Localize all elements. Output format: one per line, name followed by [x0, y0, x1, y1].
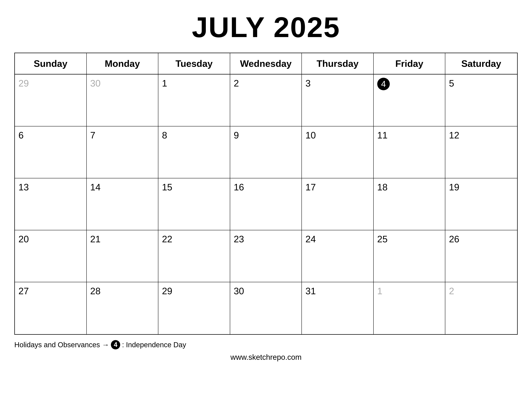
day-number: 29 [19, 78, 29, 88]
day-cell: 12 [445, 126, 517, 178]
holiday-badge: 4 [111, 340, 120, 349]
page-title: JULY 2025 [192, 11, 340, 44]
day-header-thursday: Thursday [302, 53, 374, 74]
day-cell: 5 [445, 75, 517, 126]
day-number: 19 [449, 182, 459, 192]
day-number: 30 [90, 78, 101, 88]
day-number: 30 [234, 286, 244, 296]
day-number: 15 [162, 182, 172, 192]
day-cell: 19 [445, 178, 517, 230]
day-number: 25 [377, 234, 388, 244]
day-cell: 1 [158, 75, 230, 126]
day-cell: 30 [230, 282, 302, 334]
day-number: 12 [449, 130, 459, 140]
day-cell: 26 [445, 230, 517, 282]
day-header-saturday: Saturday [445, 53, 517, 74]
calendar-grid: 2930123456789101112131415161718192021222… [15, 75, 517, 334]
day-number: 26 [449, 234, 459, 244]
calendar-header: SundayMondayTuesdayWednesdayThursdayFrid… [15, 53, 517, 75]
website: www.sketchrepo.com [14, 353, 518, 362]
day-cell: 21 [87, 230, 159, 282]
day-number: 2 [234, 78, 239, 88]
day-header-wednesday: Wednesday [230, 53, 302, 74]
day-cell: 10 [302, 126, 374, 178]
day-cell: 2 [230, 75, 302, 126]
day-header-monday: Monday [87, 53, 159, 74]
day-cell: 25 [374, 230, 446, 282]
day-cell: 28 [87, 282, 159, 334]
holidays-row: Holidays and Observances → 4 : Independe… [14, 340, 518, 349]
day-number: 28 [90, 286, 101, 296]
day-number: 21 [90, 234, 101, 244]
day-header-sunday: Sunday [15, 53, 87, 74]
day-number: 27 [19, 286, 29, 296]
day-cell: 18 [374, 178, 446, 230]
day-cell: 31 [302, 282, 374, 334]
day-header-tuesday: Tuesday [158, 53, 230, 74]
day-number: 22 [162, 234, 172, 244]
day-number: 3 [305, 78, 311, 88]
day-number: 16 [234, 182, 244, 192]
day-cell: 24 [302, 230, 374, 282]
calendar: SundayMondayTuesdayWednesdayThursdayFrid… [14, 53, 518, 335]
day-number: 1 [162, 78, 167, 88]
day-cell: 17 [302, 178, 374, 230]
holidays-prefix: Holidays and Observances → [14, 341, 109, 349]
day-cell: 29 [15, 75, 87, 126]
day-number: 1 [377, 286, 382, 296]
holiday-name: : Independence Day [122, 341, 186, 349]
day-number: 13 [19, 182, 29, 192]
day-cell: 27 [15, 282, 87, 334]
day-cell: 8 [158, 126, 230, 178]
day-number: 5 [449, 78, 454, 88]
day-cell: 7 [87, 126, 159, 178]
day-cell: 15 [158, 178, 230, 230]
day-number: 18 [377, 182, 388, 192]
day-number: 7 [90, 130, 95, 140]
day-cell: 22 [158, 230, 230, 282]
day-number: 4 [377, 78, 390, 90]
day-number: 23 [234, 234, 244, 244]
day-cell: 2 [445, 282, 517, 334]
day-cell: 29 [158, 282, 230, 334]
day-cell: 14 [87, 178, 159, 230]
day-cell: 4 [374, 75, 446, 126]
day-number: 11 [377, 130, 388, 140]
day-number: 17 [305, 182, 316, 192]
day-cell: 1 [374, 282, 446, 334]
day-number: 31 [305, 286, 316, 296]
day-cell: 9 [230, 126, 302, 178]
day-header-friday: Friday [374, 53, 446, 74]
day-cell: 13 [15, 178, 87, 230]
day-cell: 11 [374, 126, 446, 178]
day-number: 8 [162, 130, 167, 140]
day-number: 14 [90, 182, 101, 192]
day-cell: 3 [302, 75, 374, 126]
day-cell: 30 [87, 75, 159, 126]
day-cell: 16 [230, 178, 302, 230]
day-cell: 20 [15, 230, 87, 282]
day-number: 9 [234, 130, 239, 140]
day-number: 10 [305, 130, 316, 140]
day-number: 29 [162, 286, 172, 296]
day-cell: 6 [15, 126, 87, 178]
day-number: 6 [19, 130, 24, 140]
day-number: 20 [19, 234, 29, 244]
day-number: 24 [305, 234, 316, 244]
day-cell: 23 [230, 230, 302, 282]
footer: Holidays and Observances → 4 : Independe… [14, 340, 518, 362]
day-number: 2 [449, 286, 454, 296]
